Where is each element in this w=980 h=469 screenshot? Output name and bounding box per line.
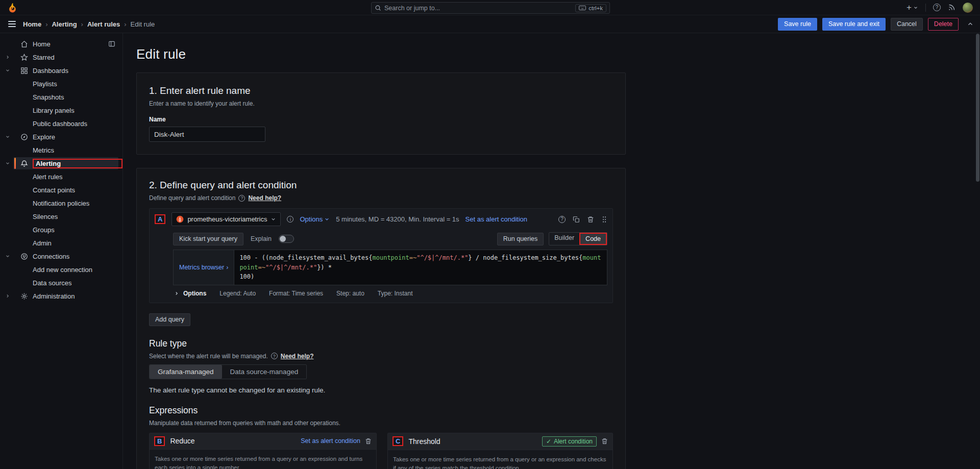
query-header: A prometheus-victoriametrics [150, 209, 612, 230]
sidebar-item-alert-rules[interactable]: Alert rules [0, 170, 122, 183]
sidebar-item-administration[interactable]: Administration [0, 289, 122, 303]
breadcrumb-alert-rules[interactable]: Alert rules [87, 20, 120, 28]
sidebar-item-data-sources[interactable]: Data sources [0, 276, 122, 289]
grafana-managed-option[interactable]: Grafana-managed [150, 365, 222, 379]
sidebar-item-home[interactable]: Home [0, 37, 122, 51]
question-circle-icon: ? [271, 353, 278, 359]
duplicate-icon[interactable] [573, 216, 580, 223]
trash-icon[interactable] [587, 216, 594, 223]
menu-toggle-button[interactable] [6, 19, 18, 29]
sidebar-item-playlists[interactable]: Playlists [0, 77, 122, 90]
datasource-picker[interactable]: prometheus-victoriametrics [172, 212, 281, 226]
user-avatar[interactable] [963, 3, 973, 13]
chevron-down-icon[interactable] [0, 254, 15, 259]
sidebar-item-alerting[interactable]: Alerting [0, 157, 122, 170]
reduce-description: Takes one or more time series returned f… [155, 455, 371, 469]
global-search[interactable]: ctrl+k [371, 2, 610, 14]
expressions-section: Expressions Manipulate data returned fro… [149, 405, 613, 469]
top-nav-bar: ctrl+k + ? [0, 0, 980, 15]
add-query-button[interactable]: Add query [149, 313, 190, 326]
query-help-icon[interactable]: ? [558, 216, 566, 223]
rule-name-input[interactable] [149, 127, 265, 142]
sidebar-item-starred[interactable]: Starred [0, 51, 122, 64]
chevron-up-icon [967, 20, 974, 28]
sidebar-item-groups[interactable]: Groups [0, 223, 122, 236]
chevron-down-icon[interactable] [0, 161, 15, 166]
sidebar-item-explore[interactable]: Explore [0, 130, 122, 143]
expression-refid-c[interactable]: C [393, 436, 403, 446]
grafana-logo[interactable] [7, 2, 18, 13]
step2-panel: 2. Define query and alert condition Defi… [136, 168, 626, 469]
sidebar-item-public-dashboards[interactable]: Public dashboards [0, 117, 122, 130]
expressions-description: Manipulate data returned from queries wi… [149, 419, 613, 427]
chevron-right-icon[interactable] [0, 55, 15, 60]
builder-tab[interactable]: Builder [549, 233, 579, 245]
sidebar-item-snapshots[interactable]: Snapshots [0, 90, 122, 104]
save-rule-button[interactable]: Save rule [778, 18, 817, 31]
breadcrumb-alerting[interactable]: Alerting [52, 20, 77, 28]
step1-description: Enter a name to identify your alert rule… [149, 100, 613, 107]
dock-sidebar-icon[interactable] [108, 40, 115, 47]
metrics-browser-button[interactable]: Metrics browser › [173, 250, 234, 285]
sidebar-nav: Home Starred [0, 33, 123, 469]
chevron-down-icon[interactable] [0, 68, 15, 73]
breadcrumb-home[interactable]: Home [23, 20, 41, 28]
news-button[interactable] [948, 4, 955, 11]
help-button[interactable]: ? [933, 4, 941, 11]
cancel-button[interactable]: Cancel [891, 18, 923, 31]
need-help-link[interactable]: Need help? [248, 194, 281, 202]
plug-icon [15, 253, 33, 260]
trash-icon[interactable] [365, 438, 372, 445]
kick-start-query-button[interactable]: Kick start your query [173, 233, 243, 245]
new-menu-button[interactable]: + [906, 3, 918, 12]
data-source-managed-option[interactable]: Data source-managed [222, 365, 307, 379]
step2-description: Define query and alert condition [149, 194, 235, 202]
run-queries-button[interactable]: Run queries [497, 233, 544, 245]
sidebar-item-metrics[interactable]: Metrics [0, 143, 122, 157]
sidebar-item-library-panels[interactable]: Library panels [0, 104, 122, 117]
reduce-set-alert-condition-link[interactable]: Set as alert condition [301, 437, 360, 445]
star-icon [15, 54, 33, 61]
window-scrollbar[interactable] [976, 34, 979, 466]
query-refid-a[interactable]: A [155, 214, 165, 224]
sidebar-item-silences[interactable]: Silences [0, 210, 122, 223]
chevron-down-icon [324, 216, 330, 222]
sidebar-item-admin[interactable]: Admin [0, 236, 122, 250]
set-alert-condition-link[interactable]: Set as alert condition [465, 215, 527, 223]
promql-code-editor[interactable]: 100 - ((node_filesystem_avail_bytes{moun… [234, 250, 607, 285]
chevron-down-icon[interactable] [0, 134, 15, 139]
type-option: Type: Instant [378, 290, 413, 297]
save-rule-exit-button[interactable]: Save rule and exit [822, 18, 886, 31]
search-input[interactable] [384, 5, 572, 12]
step2-title: 2. Define query and alert condition [149, 180, 613, 191]
chevron-down-icon [913, 5, 918, 10]
grafana-logo-icon [7, 2, 18, 13]
query-options-toggle[interactable]: Options [300, 215, 330, 223]
rule-type-need-help-link[interactable]: Need help? [281, 353, 314, 360]
bell-icon [15, 160, 33, 167]
drag-handle-icon[interactable] [601, 215, 607, 224]
breadcrumb-separator: › [81, 20, 83, 28]
check-icon: ✓ [546, 438, 551, 445]
sidebar-item-dashboards[interactable]: Dashboards [0, 64, 122, 77]
trash-icon[interactable] [601, 438, 608, 445]
chevron-right-icon[interactable] [0, 293, 15, 299]
breadcrumb-edit-rule: Edit rule [131, 20, 155, 28]
options-expander[interactable]: Options [174, 290, 206, 297]
info-circle-icon: i [287, 216, 293, 223]
scrollbar-thumb[interactable] [976, 34, 979, 182]
alerting-label-annotation: Alerting [33, 159, 122, 168]
sidebar-item-connections[interactable]: Connections [0, 250, 122, 263]
expression-refid-b[interactable]: B [154, 436, 165, 446]
sidebar-item-add-new-connection[interactable]: Add new connection [0, 263, 122, 276]
step1-panel: 1. Enter alert rule name Enter a name to… [136, 72, 626, 155]
explain-toggle[interactable] [279, 235, 294, 243]
collapse-toolbar-button[interactable] [967, 20, 974, 28]
code-tab[interactable]: Code [579, 233, 607, 245]
sidebar-item-contact-points[interactable]: Contact points [0, 183, 122, 196]
chevron-right-icon [174, 291, 179, 296]
rule-type-radio-group: Grafana-managed Data source-managed [149, 364, 307, 379]
delete-button[interactable]: Delete [928, 18, 959, 31]
rule-type-description: Select where the alert rule will be mana… [149, 353, 268, 360]
sidebar-item-notification-policies[interactable]: Notification policies [0, 196, 122, 210]
